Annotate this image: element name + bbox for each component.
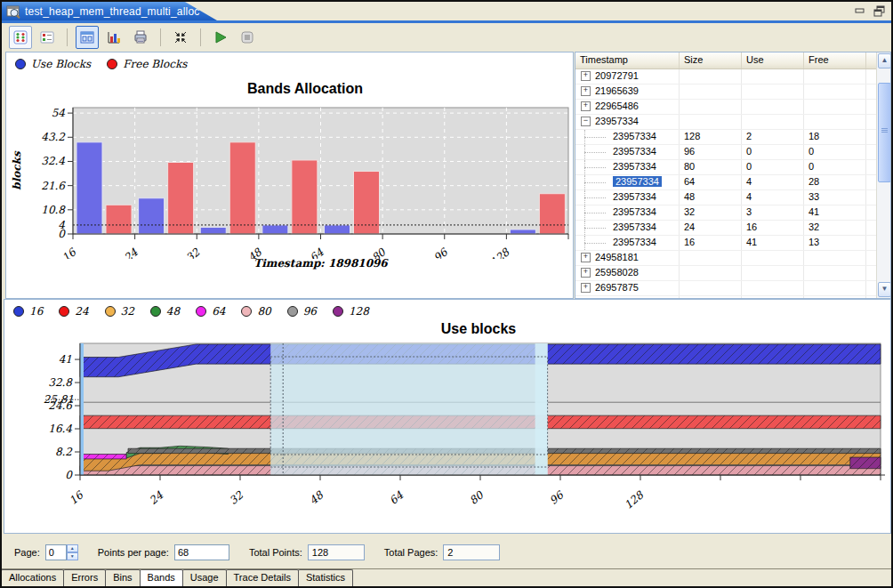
- expand-box-icon[interactable]: +: [581, 71, 591, 81]
- minimize-icon[interactable]: [854, 4, 866, 17]
- stop-icon[interactable]: [236, 26, 259, 49]
- cell-size: [680, 281, 742, 295]
- cell-free: [804, 69, 866, 84]
- table-row[interactable]: 239573348000: [575, 160, 877, 175]
- cell-timestamp: +24958181: [575, 251, 680, 265]
- cell-free: 13: [804, 236, 866, 250]
- legend-dot-icon: [241, 306, 252, 317]
- maximize-icon[interactable]: [873, 4, 886, 17]
- timestamp-value: 24958181: [595, 252, 639, 262]
- bottom-tab-trace-details[interactable]: Trace Details: [226, 569, 299, 587]
- vertical-scrollbar[interactable]: ▲ ▼: [876, 52, 890, 298]
- bottom-tab-statistics[interactable]: Statistics: [298, 569, 353, 587]
- svg-text:21.6: 21.6: [41, 180, 66, 192]
- cell-free: [804, 281, 866, 295]
- cell-timestamp: +27957722: [575, 296, 680, 298]
- cell-free: 0: [804, 145, 866, 159]
- cell-timestamp: 23957334: [575, 130, 680, 144]
- cell-use: [742, 296, 804, 298]
- legend-item: 16: [13, 305, 43, 318]
- legend-item: Free Blocks: [107, 58, 187, 70]
- allocation-grid-icon[interactable]: [9, 26, 32, 49]
- table-row[interactable]: 2395733448433: [575, 190, 877, 205]
- cell-timestamp: 23957334: [575, 221, 680, 235]
- cell-use: [742, 266, 804, 280]
- bar-chart-icon[interactable]: [102, 26, 125, 49]
- table-row[interactable]: −23957334: [575, 115, 877, 130]
- table-row[interactable]: +27957722: [575, 296, 877, 298]
- cell-use: 41: [742, 236, 804, 250]
- scroll-up-icon[interactable]: ▲: [878, 53, 891, 68]
- bottom-tab-bins[interactable]: Bins: [105, 569, 140, 587]
- bottom-tab-allocations[interactable]: Allocations: [1, 569, 64, 587]
- cell-size: 80: [680, 160, 742, 174]
- bands-allocation-chart[interactable]: 010.821.632.443.254416243248648096128blo…: [6, 99, 571, 259]
- svg-text:16.4: 16.4: [48, 423, 72, 435]
- cell-timestamp: 23957334: [575, 236, 680, 250]
- page-input[interactable]: [45, 544, 67, 560]
- view-tab[interactable]: test_heap_mem_thread_multi_alloc ×: [2, 2, 217, 20]
- expand-box-icon[interactable]: +: [581, 86, 591, 96]
- svg-text:80: 80: [467, 488, 487, 507]
- view-icon: [6, 4, 20, 19]
- table-row[interactable]: +25958028: [575, 266, 877, 281]
- expand-box-icon[interactable]: +: [581, 253, 591, 262]
- spinner-down-icon[interactable]: ▼: [67, 552, 78, 560]
- svg-text:128: 128: [622, 488, 647, 511]
- legend-label: 48: [166, 305, 180, 318]
- bottom-tab-bands[interactable]: Bands: [140, 569, 183, 587]
- bottom-tab-usage[interactable]: Usage: [182, 569, 227, 587]
- column-header-size[interactable]: Size: [680, 52, 742, 68]
- column-header-use[interactable]: Use: [742, 52, 804, 68]
- cell-use: 16: [742, 221, 804, 235]
- detail-list-icon[interactable]: [36, 26, 59, 49]
- close-icon[interactable]: ×: [208, 5, 215, 17]
- legend-dot-icon: [59, 306, 69, 317]
- table-row[interactable]: +20972791: [575, 69, 877, 85]
- bottom-tab-errors[interactable]: Errors: [63, 569, 106, 587]
- svg-text:32: 32: [227, 488, 246, 507]
- spinner-up-icon[interactable]: ▲: [67, 544, 78, 552]
- points-per-page-input[interactable]: [174, 544, 229, 560]
- table-row[interactable]: +26957875: [575, 281, 877, 296]
- legend-label: 64: [212, 305, 225, 318]
- expand-box-icon[interactable]: +: [581, 283, 591, 293]
- table-row[interactable]: +22965486: [575, 100, 877, 115]
- table-row[interactable]: 2395733464428: [575, 175, 877, 190]
- scroll-down-icon[interactable]: ▼: [878, 282, 891, 297]
- table-row[interactable]: 23957334164113: [575, 236, 877, 251]
- total-points-label: Total Points:: [249, 547, 302, 558]
- page-spinner[interactable]: ▲ ▼: [45, 544, 78, 560]
- bands-legend: Use BlocksFree Blocks: [15, 58, 187, 70]
- collapse-all-icon[interactable]: [169, 26, 192, 49]
- collapse-box-icon[interactable]: −: [581, 117, 591, 126]
- chart-view-icon[interactable]: [76, 26, 99, 49]
- legend-dot-icon: [150, 306, 161, 317]
- table-row[interactable]: +21965639: [575, 85, 877, 100]
- legend-label: 128: [349, 305, 369, 318]
- column-header-timestamp[interactable]: Timestamp: [575, 52, 680, 68]
- cell-size: 32: [680, 205, 742, 220]
- cell-size: [680, 115, 742, 129]
- legend-dot-icon: [13, 306, 24, 317]
- bands-chart-subtitle: Timestamp: 18981096: [73, 257, 568, 270]
- use-blocks-chart[interactable]: 08.216.424.632.84125.8116243248648096128: [4, 335, 890, 527]
- table-row[interactable]: 23957334128218: [575, 130, 877, 145]
- cell-size: [680, 69, 742, 84]
- toolbar-separator: [160, 28, 161, 46]
- column-header-free[interactable]: Free: [804, 52, 866, 68]
- table-row[interactable]: 239573349600: [575, 145, 877, 160]
- cell-free: 28: [804, 175, 866, 189]
- timestamp-value: 23957334: [613, 222, 656, 232]
- table-row[interactable]: 23957334241632: [575, 221, 877, 236]
- table-row[interactable]: 2395733432341: [575, 205, 877, 221]
- legend-item: 80: [241, 305, 270, 318]
- scrollbar-thumb[interactable]: [878, 83, 891, 182]
- table-row[interactable]: +24958181: [575, 251, 877, 266]
- expand-box-icon[interactable]: +: [581, 101, 591, 111]
- cell-free: 33: [804, 190, 866, 205]
- cell-timestamp: 23957334: [575, 175, 680, 189]
- print-icon[interactable]: [129, 26, 152, 49]
- expand-box-icon[interactable]: +: [581, 268, 591, 278]
- run-icon[interactable]: [209, 26, 232, 49]
